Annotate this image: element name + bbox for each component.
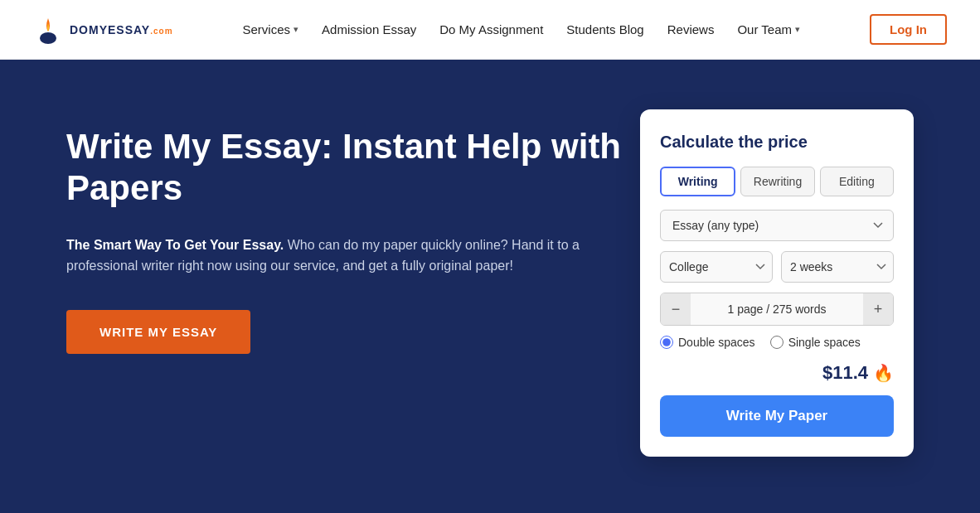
pages-value: 1 page / 275 words (691, 302, 863, 316)
hero-section: Write My Essay: Instant Help with Papers… (0, 60, 980, 513)
calculator-title: Calculate the price (660, 133, 894, 152)
nav-blog[interactable]: Students Blog (566, 22, 643, 36)
academic-level-select[interactable]: College High School University Master's (660, 251, 773, 283)
nav-assignment[interactable]: Do My Assignment (439, 22, 543, 36)
level-deadline-row: College High School University Master's … (660, 251, 894, 283)
double-spaces-radio[interactable] (660, 336, 673, 349)
hero-desc-bold: The Smart Way To Get Your Essay. (66, 238, 284, 252)
tab-writing[interactable]: Writing (660, 167, 735, 196)
pages-decrement-button[interactable]: − (661, 293, 691, 325)
logo[interactable]: DOMYESSAY.com (33, 15, 173, 45)
tab-group: Writing Rewriting Editing (660, 167, 894, 196)
nav-admission[interactable]: Admission Essay (322, 22, 416, 36)
hero-description: The Smart Way To Get Your Essay. Who can… (66, 235, 580, 277)
double-spaces-label: Double spaces (678, 336, 755, 349)
login-button[interactable]: Log In (870, 14, 947, 45)
nav-reviews[interactable]: Reviews (667, 22, 715, 36)
tab-editing[interactable]: Editing (820, 167, 894, 196)
fire-icon: 🔥 (873, 363, 894, 383)
hero-left: Write My Essay: Instant Help with Papers… (66, 118, 640, 354)
calculator-card: Calculate the price Writing Rewriting Ed… (640, 109, 914, 457)
price-row: $11.4 🔥 (660, 362, 894, 384)
paper-type-select[interactable]: Essay (any type) (660, 210, 894, 241)
navbar: DOMYESSAY.com Services ▾ Admission Essay… (0, 0, 980, 60)
single-spaces-label: Single spaces (788, 336, 861, 349)
tab-rewriting[interactable]: Rewriting (740, 167, 814, 196)
chevron-down-icon-team: ▾ (795, 24, 800, 35)
double-spaces-option[interactable]: Double spaces (660, 336, 755, 349)
write-essay-button[interactable]: WRITE MY ESSAY (66, 310, 250, 354)
spacing-row: Double spaces Single spaces (660, 336, 894, 349)
chevron-down-icon: ▾ (294, 24, 298, 35)
nav-team[interactable]: Our Team ▾ (737, 22, 800, 36)
deadline-select[interactable]: 2 weeks 1 week 3 days 24 hours 12 hours (781, 251, 894, 283)
pages-increment-button[interactable]: + (863, 293, 893, 325)
svg-point-0 (40, 32, 56, 44)
logo-text: DOMYESSAY.com (70, 23, 173, 36)
single-spaces-option[interactable]: Single spaces (770, 336, 861, 349)
nav-links: Services ▾ Admission Essay Do My Assignm… (243, 22, 800, 36)
pages-stepper: − 1 page / 275 words + (660, 293, 894, 326)
price-value: $11.4 (822, 362, 868, 384)
single-spaces-radio[interactable] (770, 336, 784, 349)
logo-icon (33, 15, 63, 45)
write-paper-button[interactable]: Write My Paper (660, 395, 894, 437)
hero-title: Write My Essay: Instant Help with Papers (66, 126, 640, 210)
nav-services[interactable]: Services ▾ (243, 22, 299, 36)
